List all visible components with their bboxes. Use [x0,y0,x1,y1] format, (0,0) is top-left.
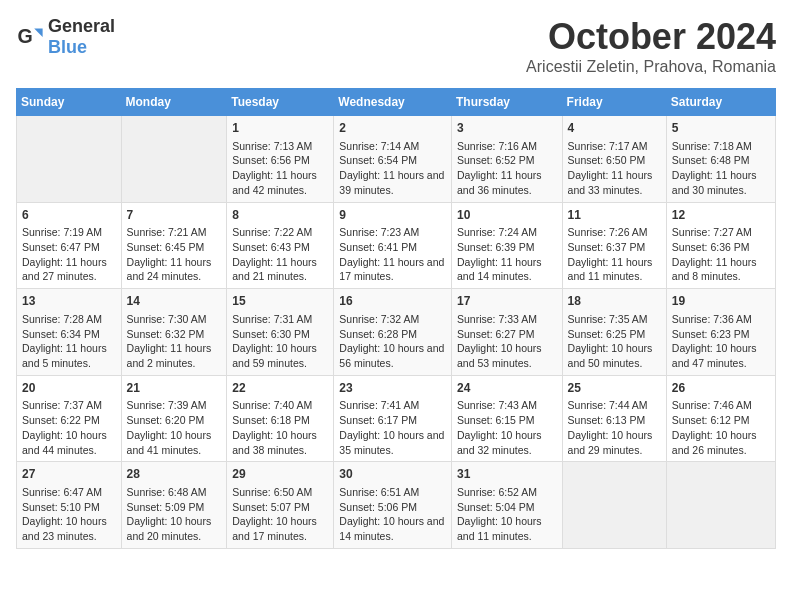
title-section: October 2024 Aricestii Zeletin, Prahova,… [526,16,776,76]
calendar-cell [666,462,775,549]
day-number: 22 [232,380,328,397]
cell-content: Daylight: 10 hours and 38 minutes. [232,428,328,457]
day-number: 18 [568,293,661,310]
cell-content: Sunset: 6:37 PM [568,240,661,255]
logo-general: General [48,16,115,36]
calendar-cell: 25Sunrise: 7:44 AMSunset: 6:13 PMDayligh… [562,375,666,462]
week-row-5: 27Sunrise: 6:47 AMSunset: 5:10 PMDayligh… [17,462,776,549]
week-row-2: 6Sunrise: 7:19 AMSunset: 6:47 PMDaylight… [17,202,776,289]
day-number: 23 [339,380,446,397]
svg-text:G: G [17,25,32,47]
cell-content: Sunrise: 7:17 AM [568,139,661,154]
cell-content: Sunset: 6:15 PM [457,413,557,428]
cell-content: Sunset: 6:13 PM [568,413,661,428]
cell-content: Daylight: 10 hours and 32 minutes. [457,428,557,457]
day-number: 2 [339,120,446,137]
day-number: 31 [457,466,557,483]
calendar-cell: 26Sunrise: 7:46 AMSunset: 6:12 PMDayligh… [666,375,775,462]
cell-content: Sunrise: 7:23 AM [339,225,446,240]
logo-icon: G [16,23,44,51]
calendar-header-row: SundayMondayTuesdayWednesdayThursdayFrid… [17,89,776,116]
cell-content: Sunrise: 7:18 AM [672,139,770,154]
day-number: 15 [232,293,328,310]
cell-content: Sunset: 6:45 PM [127,240,222,255]
cell-content: Sunset: 5:04 PM [457,500,557,515]
cell-content: Sunset: 6:17 PM [339,413,446,428]
day-number: 11 [568,207,661,224]
calendar-cell: 8Sunrise: 7:22 AMSunset: 6:43 PMDaylight… [227,202,334,289]
cell-content: Daylight: 11 hours and 36 minutes. [457,168,557,197]
location-title: Aricestii Zeletin, Prahova, Romania [526,58,776,76]
calendar-cell: 31Sunrise: 6:52 AMSunset: 5:04 PMDayligh… [451,462,562,549]
calendar-cell [121,116,227,203]
calendar-cell: 17Sunrise: 7:33 AMSunset: 6:27 PMDayligh… [451,289,562,376]
cell-content: Sunrise: 6:52 AM [457,485,557,500]
logo-blue: Blue [48,37,87,57]
cell-content: Sunset: 6:52 PM [457,153,557,168]
calendar-cell: 18Sunrise: 7:35 AMSunset: 6:25 PMDayligh… [562,289,666,376]
day-number: 9 [339,207,446,224]
cell-content: Sunset: 6:28 PM [339,327,446,342]
day-number: 12 [672,207,770,224]
cell-content: Daylight: 11 hours and 24 minutes. [127,255,222,284]
calendar-cell: 1Sunrise: 7:13 AMSunset: 6:56 PMDaylight… [227,116,334,203]
day-number: 5 [672,120,770,137]
calendar-cell: 27Sunrise: 6:47 AMSunset: 5:10 PMDayligh… [17,462,122,549]
header-cell-thursday: Thursday [451,89,562,116]
header-cell-wednesday: Wednesday [334,89,452,116]
cell-content: Daylight: 10 hours and 35 minutes. [339,428,446,457]
day-number: 7 [127,207,222,224]
cell-content: Daylight: 10 hours and 20 minutes. [127,514,222,543]
calendar-cell: 14Sunrise: 7:30 AMSunset: 6:32 PMDayligh… [121,289,227,376]
week-row-1: 1Sunrise: 7:13 AMSunset: 6:56 PMDaylight… [17,116,776,203]
day-number: 26 [672,380,770,397]
calendar-cell: 19Sunrise: 7:36 AMSunset: 6:23 PMDayligh… [666,289,775,376]
cell-content: Daylight: 11 hours and 39 minutes. [339,168,446,197]
calendar-cell: 15Sunrise: 7:31 AMSunset: 6:30 PMDayligh… [227,289,334,376]
cell-content: Sunrise: 7:35 AM [568,312,661,327]
month-title: October 2024 [526,16,776,58]
cell-content: Daylight: 11 hours and 33 minutes. [568,168,661,197]
calendar-cell: 11Sunrise: 7:26 AMSunset: 6:37 PMDayligh… [562,202,666,289]
logo-text: General Blue [48,16,115,58]
cell-content: Sunrise: 6:51 AM [339,485,446,500]
cell-content: Sunrise: 7:39 AM [127,398,222,413]
calendar-cell: 2Sunrise: 7:14 AMSunset: 6:54 PMDaylight… [334,116,452,203]
cell-content: Daylight: 11 hours and 2 minutes. [127,341,222,370]
day-number: 19 [672,293,770,310]
calendar-cell: 12Sunrise: 7:27 AMSunset: 6:36 PMDayligh… [666,202,775,289]
day-number: 21 [127,380,222,397]
cell-content: Daylight: 10 hours and 50 minutes. [568,341,661,370]
day-number: 8 [232,207,328,224]
calendar-cell: 13Sunrise: 7:28 AMSunset: 6:34 PMDayligh… [17,289,122,376]
header-cell-friday: Friday [562,89,666,116]
cell-content: Daylight: 10 hours and 59 minutes. [232,341,328,370]
cell-content: Daylight: 10 hours and 53 minutes. [457,341,557,370]
calendar-cell: 3Sunrise: 7:16 AMSunset: 6:52 PMDaylight… [451,116,562,203]
calendar-cell: 28Sunrise: 6:48 AMSunset: 5:09 PMDayligh… [121,462,227,549]
day-number: 17 [457,293,557,310]
calendar-cell: 22Sunrise: 7:40 AMSunset: 6:18 PMDayligh… [227,375,334,462]
calendar-cell: 29Sunrise: 6:50 AMSunset: 5:07 PMDayligh… [227,462,334,549]
cell-content: Sunset: 6:20 PM [127,413,222,428]
cell-content: Sunrise: 7:41 AM [339,398,446,413]
cell-content: Sunset: 6:18 PM [232,413,328,428]
cell-content: Sunrise: 7:24 AM [457,225,557,240]
cell-content: Daylight: 11 hours and 5 minutes. [22,341,116,370]
cell-content: Sunrise: 7:13 AM [232,139,328,154]
cell-content: Sunrise: 7:26 AM [568,225,661,240]
calendar-table: SundayMondayTuesdayWednesdayThursdayFrid… [16,88,776,549]
cell-content: Sunset: 6:22 PM [22,413,116,428]
calendar-cell: 23Sunrise: 7:41 AMSunset: 6:17 PMDayligh… [334,375,452,462]
cell-content: Sunset: 6:27 PM [457,327,557,342]
week-row-4: 20Sunrise: 7:37 AMSunset: 6:22 PMDayligh… [17,375,776,462]
cell-content: Sunset: 6:39 PM [457,240,557,255]
calendar-cell: 20Sunrise: 7:37 AMSunset: 6:22 PMDayligh… [17,375,122,462]
cell-content: Sunrise: 7:36 AM [672,312,770,327]
cell-content: Sunrise: 7:33 AM [457,312,557,327]
cell-content: Daylight: 10 hours and 29 minutes. [568,428,661,457]
cell-content: Sunrise: 7:43 AM [457,398,557,413]
cell-content: Daylight: 11 hours and 27 minutes. [22,255,116,284]
cell-content: Sunset: 5:07 PM [232,500,328,515]
cell-content: Sunset: 6:41 PM [339,240,446,255]
